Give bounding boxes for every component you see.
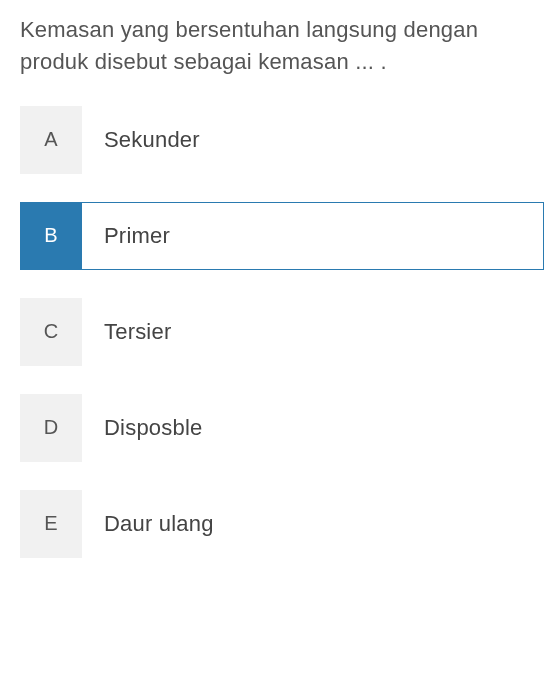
option-label: Sekunder <box>82 106 544 174</box>
option-letter: A <box>20 106 82 174</box>
options-list: A Sekunder B Primer C Tersier D Disposbl… <box>20 106 544 558</box>
option-a[interactable]: A Sekunder <box>20 106 544 174</box>
option-letter: C <box>20 298 82 366</box>
option-d[interactable]: D Disposble <box>20 394 544 462</box>
option-letter: E <box>20 490 82 558</box>
option-letter: B <box>20 202 82 270</box>
option-label: Primer <box>82 202 544 270</box>
option-label: Tersier <box>82 298 544 366</box>
option-letter: D <box>20 394 82 462</box>
option-label: Disposble <box>82 394 544 462</box>
question-text: Kemasan yang bersentuhan langsung dengan… <box>20 14 544 78</box>
option-label: Daur ulang <box>82 490 544 558</box>
option-e[interactable]: E Daur ulang <box>20 490 544 558</box>
option-c[interactable]: C Tersier <box>20 298 544 366</box>
option-b[interactable]: B Primer <box>20 202 544 270</box>
